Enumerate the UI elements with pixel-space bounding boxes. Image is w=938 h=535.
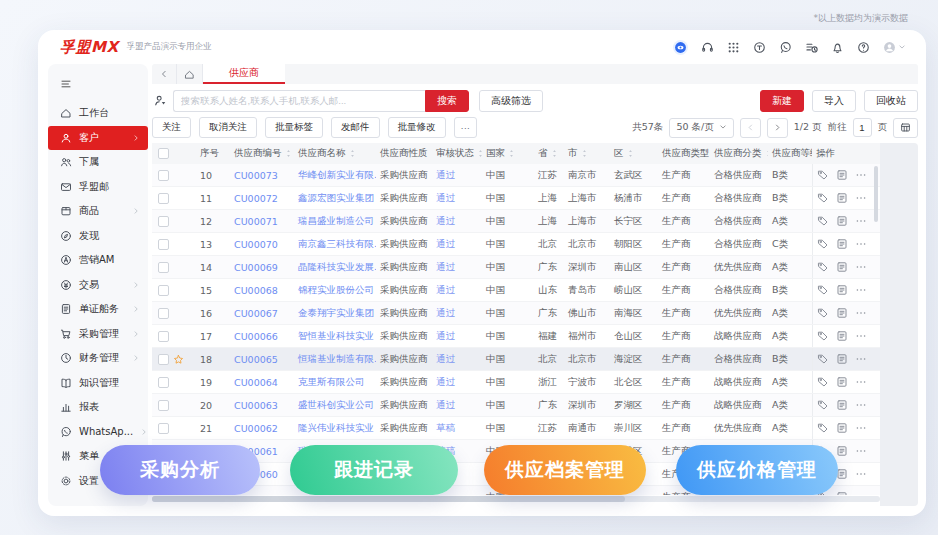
floating-button-3[interactable]: 供应价格管理 (676, 445, 838, 495)
help-icon[interactable] (857, 41, 870, 54)
floating-button-1[interactable]: 跟进记录 (290, 445, 458, 495)
cell-name[interactable]: 恒瑞基业制造有限... (294, 353, 376, 366)
table-row[interactable]: 17CU00066智恒基业科技实业采购供应商通过中国福建福州市仓山区生产商战略供… (152, 325, 880, 348)
tag-icon[interactable] (817, 330, 829, 342)
sidebar-item-compass[interactable]: 发现 (48, 224, 148, 249)
detail-icon[interactable] (836, 284, 848, 296)
table-row[interactable]: 18CU00065恒瑞基业制造有限...采购供应商通过中国北京北京市海淀区生产商… (152, 348, 880, 371)
sidebar-item-mail[interactable]: 孚盟邮 (48, 175, 148, 200)
tag-icon[interactable] (817, 238, 829, 250)
tag-icon[interactable] (817, 307, 829, 319)
row-checkbox[interactable] (158, 377, 169, 388)
cell-code[interactable]: CU00066 (230, 331, 294, 342)
more-icon[interactable] (855, 445, 867, 457)
tab-suppliers[interactable]: 供应商 (203, 64, 285, 84)
column-header-type[interactable]: 供应商类型 (658, 147, 710, 160)
sidebar-item-target[interactable]: 营销AM (48, 248, 148, 273)
cell-code[interactable]: CU00064 (230, 377, 294, 388)
sidebar-collapse-icon[interactable] (48, 70, 148, 101)
sidebar-item-users[interactable]: 下属 (48, 150, 148, 175)
row-checkbox[interactable] (158, 423, 169, 434)
table-row[interactable]: 21CU00062隆兴伟业科技实业采购供应商草稿中国江苏南通市崇川区生产商优先供… (152, 417, 880, 440)
tag-icon[interactable] (817, 399, 829, 411)
row-checkbox[interactable] (158, 216, 169, 227)
more-icon[interactable] (855, 169, 867, 181)
detail-icon[interactable] (836, 192, 848, 204)
cell-name[interactable]: 华峰创新实业有限... (294, 169, 376, 182)
tag-icon[interactable] (817, 284, 829, 296)
cell-status[interactable]: 通过 (432, 330, 482, 343)
detail-icon[interactable] (836, 422, 848, 434)
notification-bell-icon[interactable] (831, 41, 844, 54)
detail-icon[interactable] (836, 261, 848, 273)
cell-status[interactable]: 通过 (432, 376, 482, 389)
column-header-nature[interactable]: 供应商性质 (376, 147, 432, 160)
cell-name[interactable]: 智恒基业科技实业 (294, 330, 376, 343)
bulk-button-1[interactable]: 取消关注 (199, 117, 257, 138)
cell-code[interactable]: CU00063 (230, 400, 294, 411)
vertical-scrollbar-thumb[interactable] (874, 166, 878, 222)
column-header-code[interactable]: 供应商编号 (230, 147, 294, 160)
advanced-filter-button[interactable]: 高级筛选 (479, 90, 543, 112)
sidebar-item-clock[interactable]: 财务管理 (48, 346, 148, 371)
table-row[interactable]: 12CU00071瑞昌盛业制造公司采购供应商通过中国上海上海市长宁区生产商合格供… (152, 210, 880, 233)
sidebar-item-home[interactable]: 工作台 (48, 101, 148, 126)
cell-code[interactable]: CU00072 (230, 193, 294, 204)
task-list-icon[interactable] (805, 41, 818, 54)
import-button[interactable]: 导入 (812, 90, 856, 112)
column-header-province[interactable]: 省 (534, 147, 564, 160)
column-settings-icon[interactable] (893, 118, 918, 138)
ai-assistant-icon[interactable] (673, 40, 688, 55)
sidebar-item-user[interactable]: 客户 (48, 126, 148, 151)
search-button[interactable]: 搜索 (425, 90, 469, 112)
table-row[interactable]: 14CU00069晶隆科技实业发展...采购供应商通过中国广东深圳市南山区生产商… (152, 256, 880, 279)
row-checkbox[interactable] (158, 239, 169, 250)
sidebar-item-chart[interactable]: 报表 (48, 395, 148, 420)
bulk-button-2[interactable]: 批量标签 (265, 117, 323, 138)
detail-icon[interactable] (836, 169, 848, 181)
sort-icon[interactable] (284, 149, 293, 158)
cell-name[interactable]: 南京鑫三科技有限... (294, 238, 376, 251)
tag-icon[interactable] (817, 353, 829, 365)
tab-back-icon[interactable] (152, 64, 177, 84)
row-checkbox[interactable] (158, 354, 169, 365)
more-icon[interactable] (855, 376, 867, 388)
sort-icon[interactable] (580, 149, 589, 158)
cell-name[interactable]: 锦程实业股份公司 (294, 284, 376, 297)
column-header-country[interactable]: 国家 (482, 147, 534, 160)
more-icon[interactable] (855, 353, 867, 365)
detail-icon[interactable] (836, 491, 848, 495)
detail-icon[interactable] (836, 238, 848, 250)
cell-code[interactable]: CU00069 (230, 262, 294, 273)
more-icon[interactable] (855, 468, 867, 480)
more-icon[interactable] (855, 307, 867, 319)
detail-icon[interactable] (836, 330, 848, 342)
cell-code[interactable]: CU00070 (230, 239, 294, 250)
cell-status[interactable]: 通过 (432, 261, 482, 274)
more-icon[interactable] (855, 261, 867, 273)
cell-name[interactable]: 隆兴伟业科技实业 (294, 422, 376, 435)
row-checkbox[interactable] (158, 308, 169, 319)
detail-icon[interactable] (836, 307, 848, 319)
cell-status[interactable]: 通过 (432, 169, 482, 182)
row-checkbox[interactable] (158, 285, 169, 296)
tag-icon[interactable] (817, 422, 829, 434)
cell-status[interactable]: 通过 (432, 353, 482, 366)
detail-icon[interactable] (836, 376, 848, 388)
table-row[interactable]: 11CU00072鑫源宏图实业集团采购供应商通过中国上海上海市杨浦市生产商合格供… (152, 187, 880, 210)
sidebar-item-book[interactable]: 知识管理 (48, 371, 148, 396)
tag-icon[interactable] (817, 169, 829, 181)
row-checkbox[interactable] (158, 331, 169, 342)
cell-code[interactable]: CU00073 (230, 170, 294, 181)
more-icon[interactable] (855, 491, 867, 495)
cell-status[interactable]: 草稿 (432, 422, 482, 435)
more-icon[interactable] (855, 284, 867, 296)
cell-status[interactable]: 通过 (432, 215, 482, 228)
cell-name[interactable]: 克里斯有限公司 (294, 376, 376, 389)
create-button[interactable]: 新建 (760, 90, 804, 112)
table-row[interactable]: 15CU00068锦程实业股份公司采购供应商通过中国山东青岛市崂山区生产商合格供… (152, 279, 880, 302)
sidebar-item-doc[interactable]: 单证船务 (48, 297, 148, 322)
more-icon[interactable] (855, 238, 867, 250)
bulk-button-4[interactable]: 批量修改 (388, 117, 446, 138)
more-actions-button[interactable]: ··· (454, 117, 478, 138)
